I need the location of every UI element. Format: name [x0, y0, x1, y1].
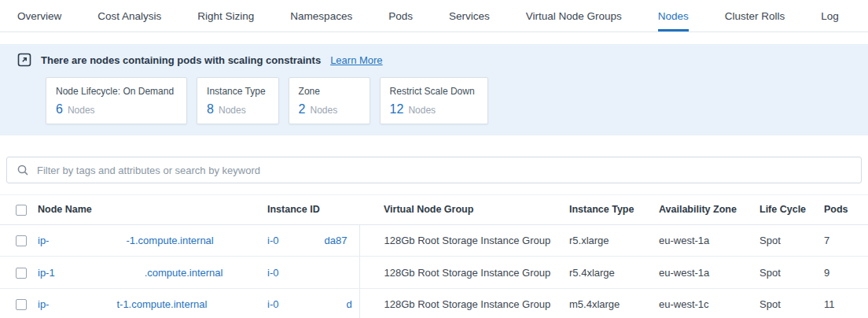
- redacted-segment: [278, 268, 338, 276]
- life-cycle-cell: Spot: [760, 257, 824, 289]
- card-count: 12: [390, 102, 404, 116]
- table-row: ip-t-1.compute.internal i-0d 128Gb Root …: [0, 288, 868, 318]
- instance-id-link[interactable]: i-0: [267, 267, 338, 279]
- availability-zone-cell: eu-west-1a: [659, 257, 760, 289]
- col-header-availability-zone: Availability Zone: [659, 195, 760, 225]
- row-checkbox[interactable]: [16, 299, 27, 310]
- instance-type-cell: m5.4xlarge: [569, 288, 659, 318]
- tab-virtual-node-groups[interactable]: Virtual Node Groups: [526, 0, 622, 31]
- card-zone[interactable]: Zone 2 Nodes: [289, 77, 370, 124]
- redacted-segment: [278, 236, 324, 244]
- availability-zone-cell: eu-west-1a: [659, 224, 760, 257]
- redacted-segment: [49, 300, 116, 308]
- row-checkbox[interactable]: [16, 268, 27, 279]
- tab-nodes[interactable]: Nodes: [658, 0, 689, 31]
- pods-cell: 9: [824, 257, 868, 289]
- virtual-node-group-cell: 128Gb Root Storage Instance Group: [359, 257, 569, 289]
- node-name-link[interactable]: ip--1.compute.internal: [38, 235, 214, 246]
- instance-type-cell: r5.xlarge: [569, 224, 659, 257]
- card-count: 8: [207, 102, 214, 116]
- table-header-row: Node Name Instance ID Virtual Node Group…: [0, 195, 868, 225]
- card-unit: Nodes: [310, 105, 337, 116]
- table-row: ip-1.compute.internal i-0 128Gb Root Sto…: [0, 257, 868, 289]
- filter-bar[interactable]: [6, 157, 862, 183]
- cluster-tab-bar: Overview Cost Analysis Right Sizing Name…: [0, 0, 868, 32]
- scaling-constraint-icon: [17, 53, 31, 67]
- redacted-segment: [55, 268, 145, 276]
- search-icon: [17, 164, 29, 176]
- row-checkbox[interactable]: [16, 235, 27, 246]
- tab-cost-analysis[interactable]: Cost Analysis: [97, 0, 161, 31]
- card-restrict-scale-down[interactable]: Restrict Scale Down 12 Nodes: [380, 77, 488, 124]
- scaling-constraints-banner: There are nodes containing pods with sca…: [0, 44, 868, 135]
- tab-services[interactable]: Services: [449, 0, 490, 31]
- table-row: ip--1.compute.internal i-0da87 128Gb Roo…: [0, 224, 868, 257]
- col-header-instance-type: Instance Type: [569, 195, 659, 225]
- tab-right-sizing[interactable]: Right Sizing: [197, 0, 254, 31]
- card-title: Zone: [299, 86, 357, 97]
- col-header-node-name: Node Name: [38, 195, 267, 225]
- learn-more-link[interactable]: Learn More: [330, 54, 382, 66]
- tab-cluster-rolls[interactable]: Cluster Rolls: [725, 0, 785, 31]
- card-unit: Nodes: [408, 105, 436, 116]
- availability-zone-cell: eu-west-1c: [659, 288, 760, 318]
- banner-message: There are nodes containing pods with sca…: [41, 54, 321, 66]
- virtual-node-group-cell: 128Gb Root Storage Instance Group: [359, 224, 569, 257]
- instance-type-cell: r5.4xlarge: [569, 257, 659, 289]
- constraint-cards: Node Lifecycle: On Demand 6 Nodes Instan…: [46, 77, 851, 124]
- node-name-link[interactable]: ip-1.compute.internal: [38, 267, 223, 279]
- life-cycle-cell: Spot: [760, 224, 824, 257]
- redacted-segment: [278, 300, 346, 308]
- card-count: 2: [299, 102, 306, 116]
- redacted-segment: [49, 236, 126, 244]
- card-node-lifecycle[interactable]: Node Lifecycle: On Demand 6 Nodes: [46, 77, 187, 124]
- instance-id-link[interactable]: i-0d: [267, 298, 352, 310]
- pods-cell: 11: [824, 288, 868, 318]
- tab-log[interactable]: Log: [821, 0, 839, 31]
- virtual-node-group-cell: 128Gb Root Storage Instance Group: [359, 288, 569, 318]
- select-all-checkbox[interactable]: [16, 205, 27, 216]
- col-header-pods: Pods: [824, 195, 868, 225]
- col-header-life-cycle: Life Cycle: [760, 195, 824, 225]
- card-instance-type[interactable]: Instance Type 8 Nodes: [197, 77, 279, 124]
- search-input[interactable]: [35, 164, 851, 177]
- node-name-link[interactable]: ip-t-1.compute.internal: [38, 298, 207, 310]
- col-header-virtual-node-group: Virtual Node Group: [359, 195, 569, 225]
- card-unit: Nodes: [219, 105, 246, 116]
- card-count: 6: [56, 102, 63, 116]
- card-unit: Nodes: [68, 105, 95, 116]
- tab-namespaces[interactable]: Namespaces: [290, 0, 352, 31]
- card-title: Instance Type: [207, 86, 266, 97]
- tab-overview[interactable]: Overview: [17, 0, 61, 31]
- instance-id-link[interactable]: i-0da87: [267, 235, 347, 246]
- life-cycle-cell: Spot: [760, 288, 824, 318]
- col-header-instance-id: Instance ID: [267, 195, 359, 225]
- tab-pods[interactable]: Pods: [388, 0, 413, 31]
- pods-cell: 7: [824, 224, 868, 257]
- nodes-table: Node Name Instance ID Virtual Node Group…: [0, 194, 868, 318]
- card-title: Restrict Scale Down: [390, 86, 475, 97]
- card-title: Node Lifecycle: On Demand: [56, 86, 174, 97]
